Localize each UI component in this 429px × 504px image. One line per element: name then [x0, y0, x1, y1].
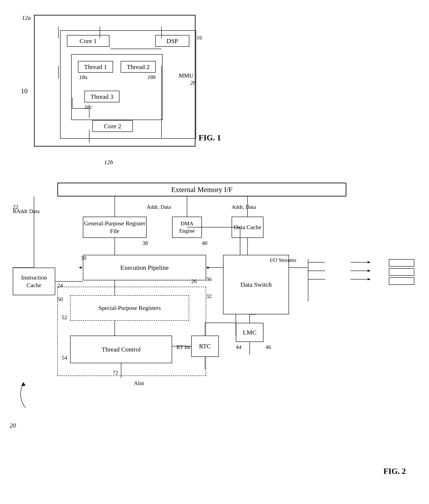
data-cache-box: Data Cache: [232, 217, 263, 238]
label-38: 38: [142, 240, 148, 246]
rtc-box: RTC: [191, 336, 219, 357]
label-12b: 12b: [104, 159, 113, 166]
core1-box: Core 1: [67, 35, 109, 47]
fig2-diagram: FIG. 2 External Memory I/F Instruction C…: [6, 174, 423, 493]
core1-inner-boundary: Core 1 DSP 16 Thread 1 18a: [60, 30, 196, 139]
label-26-fig2: 26: [191, 278, 197, 285]
data-switch-box: Data Switch: [223, 255, 289, 314]
io-stream-1: [389, 259, 414, 266]
label-54: 54: [62, 355, 67, 361]
core2-box: Core 2: [92, 120, 133, 132]
label-36: 36: [206, 276, 212, 283]
rt-int-label: RT Int: [176, 344, 191, 350]
label-32: 32: [206, 293, 212, 300]
label-18b: 18b: [147, 74, 156, 80]
svg-marker-45: [21, 382, 26, 386]
svg-marker-39: [368, 278, 371, 280]
label-12a: 12a: [22, 14, 31, 21]
label-20: 20: [9, 422, 16, 429]
label-40: 40: [202, 240, 207, 246]
fig2-title: FIG. 2: [383, 466, 406, 476]
addr-data-1-label: Addr, Data: [147, 204, 171, 210]
ext-mem-bar: External Memory I/F: [57, 183, 346, 196]
thread2-box: Thread 2: [121, 61, 156, 73]
label-44: 44: [236, 344, 241, 350]
addr-data-2-label: Addr, Data: [232, 204, 256, 210]
label-72: 72: [113, 370, 118, 376]
thread3-box: Thread 3: [84, 91, 119, 102]
dma-engine-box: DMA Engine: [172, 217, 202, 238]
threads-inner-boundary: Thread 1 18a Thread 2 18b Thread 3 18c: [71, 54, 162, 120]
label-26-fig1: 26: [190, 80, 196, 86]
lmc-box: LMC: [236, 323, 263, 342]
chip-outer-boundary: 12a Core 1 DSP 16 Th: [34, 15, 196, 147]
label-50: 50: [57, 296, 63, 303]
svg-marker-41: [79, 266, 82, 269]
label-10: 10: [21, 87, 28, 95]
label-52: 52: [62, 314, 67, 321]
io-stream-2: [389, 268, 414, 276]
io-stream-3: [389, 277, 414, 285]
execution-pipeline-box: Execution Pipeline: [83, 255, 206, 280]
thread1-box: Thread 1: [78, 61, 113, 73]
label-30: 30: [81, 255, 86, 261]
fig1-diagram: FIG. 1 12a Core 1 DSP 16: [17, 6, 219, 168]
svg-marker-35: [368, 261, 371, 263]
instruction-cache-box: Instruction Cache: [13, 268, 55, 295]
label-16: 16: [197, 35, 202, 41]
label-46: 46: [266, 344, 271, 350]
thread-control-box: Thread Control: [70, 336, 172, 363]
dsp-box: DSP: [155, 35, 189, 47]
label-24: 24: [57, 283, 63, 289]
svg-marker-37: [368, 270, 371, 272]
aint-label: AInt: [134, 380, 144, 387]
mmu-label: MMU: [179, 72, 194, 79]
svg-marker-42: [207, 266, 210, 269]
label-18a: 18a: [79, 74, 87, 80]
raddr-data-label: RAddr Data: [13, 208, 40, 214]
io-streams-group: [389, 259, 414, 285]
label-18c: 18c: [84, 104, 92, 110]
fig1-title: FIG. 1: [198, 133, 221, 142]
gp-register-file-box: General-Purpose Register File: [83, 217, 147, 238]
spr-box: Special-Purpose Registers: [70, 295, 189, 321]
io-streams-label: I/O Streams: [270, 257, 296, 263]
